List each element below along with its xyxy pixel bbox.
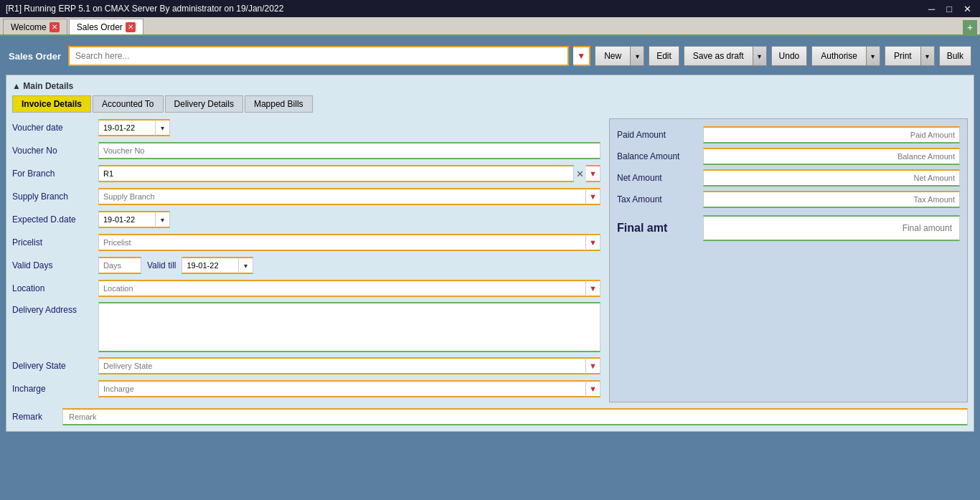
authorise-btn-group: Authorise ▾ [811, 46, 880, 66]
valid-till-label: Valid till [147, 260, 176, 270]
paid-amount-input[interactable] [703, 126, 960, 143]
valid-days-label: Valid Days [12, 260, 98, 270]
for-branch-clear[interactable]: ✕ [574, 169, 586, 179]
balance-amount-input[interactable] [703, 148, 960, 165]
tab-delivery-details[interactable]: Delivery Details [165, 95, 243, 113]
expected-ddate-arrow[interactable]: ▾ [156, 211, 170, 228]
delivery-state-field: ▼ [98, 357, 600, 374]
undo-button[interactable]: Undo [771, 46, 808, 66]
location-dropdown[interactable]: ▼ [586, 280, 600, 297]
edit-button[interactable]: Edit [649, 46, 679, 66]
delivery-state-row: Delivery State ▼ [12, 357, 600, 375]
for-branch-input[interactable] [98, 165, 574, 182]
print-btn-group: Print ▾ [885, 46, 935, 66]
tab-welcome[interactable]: Welcome ✕ [3, 19, 67, 34]
voucher-date-field: ▾ [98, 119, 170, 136]
net-amount-input[interactable] [703, 169, 960, 187]
pricelist-row: Pricelist ▼ [12, 233, 600, 252]
valid-days-input[interactable] [98, 257, 141, 274]
tab-accounted-to[interactable]: Accounted To [93, 95, 164, 113]
incharge-control: ▼ [98, 380, 600, 397]
remark-input[interactable] [62, 408, 968, 425]
tab-delivery-details-label: Delivery Details [174, 99, 234, 109]
save-draft-dropdown-arrow[interactable]: ▾ [753, 46, 767, 66]
expected-ddate-field: ▾ [98, 211, 170, 228]
print-dropdown-arrow[interactable]: ▾ [920, 46, 935, 66]
expected-ddate-input[interactable] [98, 211, 156, 228]
close-button[interactable]: ✕ [961, 4, 974, 14]
valid-days-row: Valid Days Valid till ▾ [12, 256, 600, 275]
location-field: ▼ [98, 280, 600, 297]
toolbar-label: Sales Order [9, 51, 61, 62]
paid-amount-label: Paid Amount [617, 130, 703, 140]
new-button[interactable]: New [595, 46, 630, 66]
delivery-state-control: ▼ [98, 357, 600, 374]
incharge-input[interactable] [98, 380, 586, 397]
minimize-button[interactable]: ─ [925, 4, 938, 14]
pricelist-control: ▼ [98, 234, 600, 251]
window-controls: ─ □ ✕ [925, 4, 974, 14]
voucher-no-label: Voucher No [12, 146, 98, 156]
delivery-address-control [98, 302, 600, 352]
pricelist-input[interactable] [98, 234, 586, 251]
delivery-address-input[interactable] [98, 302, 600, 352]
incharge-label: Incharge [12, 384, 98, 394]
voucher-date-input[interactable] [98, 119, 156, 136]
tab-mapped-bills[interactable]: Mapped Bills [245, 95, 313, 113]
bulk-button[interactable]: Bulk [939, 46, 971, 66]
voucher-date-row: Voucher date ▾ [12, 118, 600, 137]
supply-branch-dropdown[interactable]: ▼ [586, 188, 600, 205]
incharge-dropdown[interactable]: ▼ [586, 380, 600, 397]
authorise-dropdown-arrow[interactable]: ▾ [866, 46, 880, 66]
net-amount-label: Net Amount [617, 173, 703, 183]
location-input[interactable] [98, 280, 586, 297]
delivery-state-input[interactable] [98, 357, 586, 374]
location-label: Location [12, 283, 98, 293]
print-button[interactable]: Print [885, 46, 920, 66]
tab-welcome-label: Welcome [11, 22, 47, 32]
final-amt-input[interactable] [703, 215, 960, 241]
delivery-state-label: Delivery State [12, 361, 98, 371]
toolbar: Sales Order ▼ New ▾ Edit Save as draft ▾… [6, 42, 974, 70]
main-content: Sales Order ▼ New ▾ Edit Save as draft ▾… [0, 36, 980, 500]
tax-amount-label: Tax Amount [617, 194, 703, 204]
delivery-state-dropdown[interactable]: ▼ [586, 357, 600, 374]
voucher-date-control: ▾ [98, 119, 600, 136]
expected-ddate-label: Expected D.date [12, 214, 98, 225]
voucher-date-arrow[interactable]: ▾ [156, 119, 170, 136]
tab-salesorder-close[interactable]: ✕ [126, 22, 136, 32]
panel-header-text: ▲ Main Details [12, 81, 73, 91]
maximize-button[interactable]: □ [943, 4, 955, 14]
valid-days-control: Valid till ▾ [98, 257, 600, 274]
authorise-button[interactable]: Authorise [811, 46, 866, 66]
valid-till-field: ▾ [182, 257, 253, 274]
title-bar: [R1] Running ERP 5.1 on CMAX Server By a… [0, 0, 980, 17]
voucher-no-input[interactable] [98, 142, 600, 159]
final-amt-label: Final amt [617, 222, 703, 235]
for-branch-row: For Branch ✕ ▼ [12, 164, 600, 183]
tab-invoice-details[interactable]: Invoice Details [12, 95, 91, 113]
search-dropdown-button[interactable]: ▼ [573, 46, 590, 66]
supply-branch-row: Supply Branch ▼ [12, 187, 600, 206]
search-input[interactable] [68, 46, 569, 66]
for-branch-label: For Branch [12, 169, 98, 179]
delivery-address-label: Delivery Address [12, 302, 98, 315]
for-branch-dropdown[interactable]: ▼ [586, 165, 600, 182]
tab-mapped-bills-label: Mapped Bills [254, 99, 303, 109]
inner-tabs: Invoice Details Accounted To Delivery De… [12, 95, 968, 113]
incharge-field: ▼ [98, 380, 600, 397]
valid-till-arrow[interactable]: ▾ [239, 257, 253, 274]
tab-invoice-details-label: Invoice Details [22, 99, 82, 109]
location-row: Location ▼ [12, 279, 600, 298]
pricelist-dropdown[interactable]: ▼ [586, 234, 600, 251]
valid-till-input[interactable] [182, 257, 239, 274]
add-tab-button[interactable]: + [963, 20, 977, 34]
new-dropdown-arrow[interactable]: ▾ [630, 46, 644, 66]
tab-welcome-close[interactable]: ✕ [50, 22, 60, 32]
supply-branch-input[interactable] [98, 188, 586, 205]
expected-ddate-row: Expected D.date ▾ [12, 210, 600, 229]
supply-branch-label: Supply Branch [12, 192, 98, 202]
tax-amount-input[interactable] [703, 191, 960, 208]
tab-salesorder[interactable]: Sales Order ✕ [69, 19, 143, 34]
save-as-draft-button[interactable]: Save as draft [684, 46, 753, 66]
